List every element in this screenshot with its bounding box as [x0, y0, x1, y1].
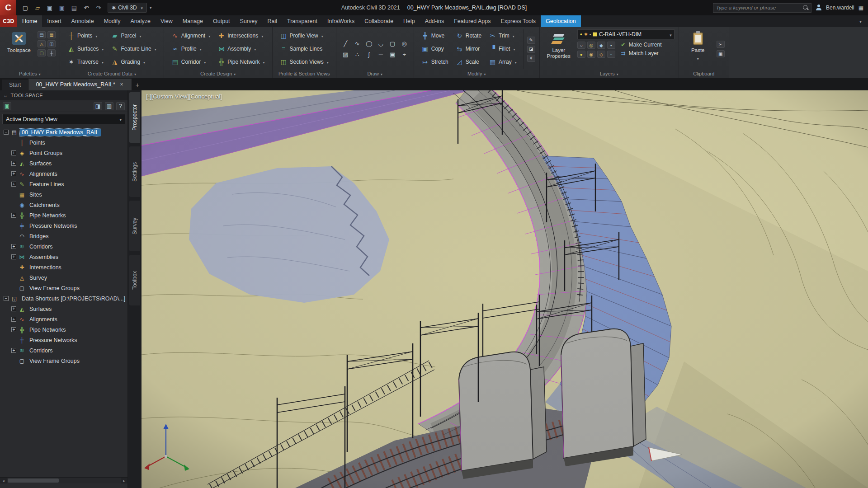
ribbon-tab[interactable]: Rail — [262, 15, 282, 27]
tree-expander[interactable] — [11, 348, 16, 353]
preview-pane-icon[interactable]: ▥ — [105, 102, 113, 110]
copy-clip-icon[interactable]: ▣ — [717, 50, 725, 57]
ribbon-button[interactable]: ◿ Scale — [453, 56, 485, 68]
ribbon-button[interactable]: ╬ Pipe Network — [214, 56, 268, 68]
tree-expander[interactable] — [11, 306, 16, 311]
erase-icon[interactable]: ◪ — [527, 46, 535, 53]
toolspace-titlebar[interactable]: ⇔ TOOLSPACE — [0, 90, 127, 100]
ribbon-button[interactable]: ≈ Profile — [168, 42, 213, 55]
ribbon-tab[interactable]: Survey — [235, 15, 263, 27]
ribbon-tab[interactable]: Transparent — [282, 15, 322, 27]
layer-unisolate-icon[interactable]: ◉ — [587, 51, 595, 58]
scroll-right-arrow[interactable]: ▸ — [121, 478, 127, 484]
redo-icon[interactable]: ↷ — [94, 4, 103, 12]
qat-customize-arrow[interactable] — [150, 5, 152, 10]
layer-isolate-icon[interactable]: ◎ — [587, 42, 595, 49]
panorama-icon[interactable]: ▢ — [38, 49, 46, 56]
tree-expander[interactable] — [11, 327, 16, 332]
tree-item[interactable]: ┼ Points — [0, 137, 127, 148]
tree-item[interactable]: ◭ Surfaces — [0, 304, 127, 314]
ribbon-button[interactable]: ▦ Array — [486, 56, 520, 68]
ribbon-button[interactable]: ┼ Points — [64, 29, 107, 42]
ribbon-tab[interactable]: Output — [208, 15, 235, 27]
paste-button[interactable]: Paste — [683, 29, 713, 69]
ribbon-tab[interactable]: Add-ins — [420, 15, 449, 27]
tree-item[interactable]: ✚ Intersections — [0, 262, 127, 272]
panel-title-clipboard[interactable]: Clipboard — [679, 70, 729, 78]
ribbon-button[interactable]: ✂ Trim — [486, 29, 520, 42]
panel-title-layers[interactable]: Layers — [540, 70, 679, 78]
toolspace-tab[interactable]: Settings — [129, 146, 140, 197]
ribbon-button[interactable]: ◭ Surfaces — [64, 42, 107, 55]
tree-item[interactable]: ╬ Pipe Networks — [0, 324, 127, 335]
ribbon-tab[interactable]: Annotate — [66, 15, 99, 27]
ribbon-button[interactable]: ╋ Move — [418, 29, 452, 42]
ribbon-button[interactable]: ▣ Copy — [418, 42, 452, 55]
explode-icon[interactable]: ✳ — [527, 55, 535, 62]
tree-expander[interactable] — [11, 244, 16, 249]
ribbon-tab[interactable]: Help — [398, 15, 420, 27]
ribbon-tab[interactable]: Modify — [99, 15, 126, 27]
minimize-ribbon-button[interactable] — [853, 15, 868, 27]
rectangle-icon[interactable]: ▢ — [387, 39, 398, 48]
panel-title-create-design[interactable]: Create Design — [164, 70, 272, 78]
tree-item[interactable]: ◬ Survey — [0, 272, 127, 283]
tree-expander[interactable] — [11, 254, 16, 259]
layer-thaw-icon[interactable]: ◇ — [597, 51, 605, 58]
search-input[interactable] — [716, 5, 803, 10]
signed-in-user[interactable]: Ben.wardell — [826, 5, 854, 11]
toolspace-tab[interactable]: Survey — [129, 201, 140, 251]
layer-freeze-icon[interactable]: ◆ — [597, 42, 605, 49]
divide-icon[interactable]: ÷ — [399, 50, 410, 59]
layer-on-icon[interactable]: ● — [577, 51, 585, 58]
tree-item[interactable]: ≋ Corridors — [0, 345, 127, 356]
tree-item[interactable]: ◈ Point Groups — [0, 148, 127, 158]
tree-expander[interactable] — [11, 317, 16, 322]
spline-icon[interactable]: ∫ — [364, 50, 374, 59]
ribbon-button[interactable]: ↦ Stretch — [418, 56, 452, 68]
application-menu-button[interactable]: C — [0, 0, 16, 15]
viewport-controls-label[interactable]: [-][Custom View][Conceptual] — [146, 93, 222, 100]
ribbon-button[interactable]: ◫ Profile View — [277, 29, 332, 42]
plot-icon[interactable]: ▤ — [70, 4, 79, 12]
ribbon-button[interactable]: ⇆ Mirror — [453, 42, 485, 55]
active-drawing-icon[interactable]: ▣ — [3, 102, 11, 110]
tree-item[interactable]: ✎ Feature Lines — [0, 179, 127, 189]
ribbon-tab[interactable]: Home — [17, 15, 42, 27]
coordinate-tracker-icon[interactable]: ┼ — [47, 49, 56, 56]
tree-item[interactable]: ▦ Sites — [0, 189, 127, 200]
tree-item[interactable]: ▢ View Frame Groups — [0, 356, 127, 366]
layer-select[interactable]: ● ✱ ▪ C-RAIL-VEH-DIM — [577, 29, 675, 39]
tree-item[interactable]: ╪ Pressure Networks — [0, 335, 127, 345]
toolspace-tab[interactable]: Toolbox — [129, 255, 140, 305]
ribbon-tab[interactable]: InfraWorks — [322, 15, 359, 27]
c3d-logo[interactable]: C3D — [0, 15, 17, 27]
circle-icon[interactable]: ◯ — [364, 39, 374, 48]
toolspace-horizontal-scrollbar[interactable]: ◂ ▸ — [0, 477, 127, 483]
ribbon-tab[interactable]: Featured Apps — [449, 15, 495, 27]
survey-toolspace-icon[interactable]: ◬ — [38, 40, 46, 47]
tool-palettes-icon[interactable]: ▦ — [47, 31, 56, 38]
tree-item[interactable]: ◱ Data Shortcuts [D:\PROJECTS\ROAD\...] — [0, 293, 127, 304]
panel-title-draw[interactable]: Draw — [336, 70, 414, 78]
cut-icon[interactable]: ✂ — [717, 41, 725, 48]
drawing-viewport[interactable]: [-][Custom View][Conceptual] — [142, 90, 868, 488]
prospector-view-selector[interactable]: Active Drawing View — [2, 114, 125, 124]
autohide-icon[interactable]: ⇔ — [3, 93, 8, 98]
tree-item[interactable]: ∿ Alignments — [0, 169, 127, 179]
viewport-canvas[interactable] — [142, 90, 868, 488]
match-layer-button[interactable]: ⇉ Match Layer — [620, 50, 662, 56]
region-icon[interactable]: ▣ — [387, 50, 398, 59]
help-icon[interactable]: ? — [116, 102, 125, 110]
ribbon-button[interactable]: ◫ Section Views — [277, 56, 332, 68]
save-as-icon[interactable]: ▣ — [57, 4, 66, 12]
new-file-icon[interactable]: ▢ — [21, 4, 30, 12]
panel-title-palettes[interactable]: Palettes — [0, 70, 60, 78]
tree-item[interactable]: ◉ Catchments — [0, 200, 127, 210]
scroll-left-arrow[interactable]: ◂ — [0, 478, 7, 484]
tree-item[interactable]: ▤ 00_HWY Park Meadows_RAIL — [0, 127, 127, 137]
save-icon[interactable]: ▣ — [45, 4, 54, 12]
tree-item[interactable]: ⋈ Assemblies — [0, 252, 127, 262]
ribbon-button[interactable]: ▤ Corridor — [168, 56, 213, 68]
ribbon-button[interactable]: ✶ Traverse — [64, 56, 107, 68]
